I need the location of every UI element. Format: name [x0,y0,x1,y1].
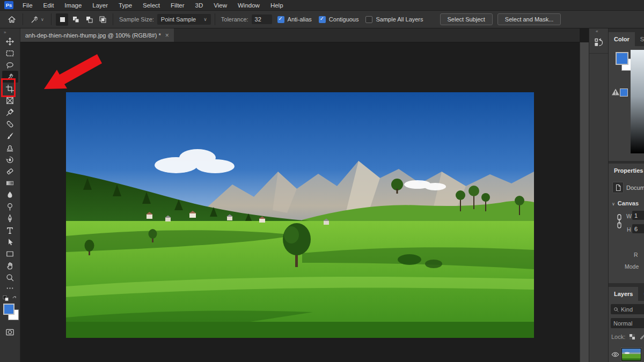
menu-3d[interactable]: 3D [190,2,209,9]
photo-landscape[interactable] [66,92,534,338]
tool-rectangular-marquee[interactable] [2,47,18,59]
layer-filter-search[interactable]: Kind [611,304,644,314]
tab-swatches[interactable]: Swatches [635,32,644,46]
eye-icon [611,351,619,358]
link-dimensions-icon[interactable] [615,213,624,230]
tool-blur[interactable] [2,189,18,201]
menu-edit[interactable]: Edit [38,2,60,9]
menu-image[interactable]: Image [59,2,87,9]
panel-dock: Color Swatches Properties Document ∨Canv… [608,28,644,362]
menu-select[interactable]: Select [137,2,165,9]
quick-mask-mode-button[interactable] [2,326,18,338]
sample-size-value: Point Sample [161,16,196,23]
tolerance-value: 32 [255,16,261,23]
new-selection-mode-button[interactable] [56,13,68,26]
select-and-mask-button[interactable]: Select and Mask... [497,13,561,25]
menu-window[interactable]: Window [232,2,265,9]
dock-collapse-icon[interactable]: « [596,29,598,34]
anti-alias-checkbox-row[interactable]: Anti-alias [277,16,312,23]
tool-preset-button[interactable]: ∨ [27,13,47,26]
layer-thumbnail[interactable] [621,348,641,361]
eraser-icon [5,167,14,176]
checkbox-checked-icon[interactable] [319,16,326,23]
gamut-warning-icon[interactable] [611,88,620,96]
document-tab[interactable]: anh-dep-thien-nhien-thump.jpg @ 100% (RG… [20,28,174,42]
menu-view[interactable]: View [208,2,232,9]
tool-history-brush[interactable] [2,153,18,165]
menu-file[interactable]: File [17,2,38,9]
tool-gradient[interactable] [2,177,18,189]
sample-all-layers-checkbox-row[interactable]: Sample All Layers [365,16,423,23]
tool-spot-healing-brush[interactable] [2,118,18,130]
document-properties-button[interactable] [612,182,624,193]
tool-dodge[interactable] [2,201,18,212]
tool-rectangle-shape[interactable] [2,248,18,260]
foreground-color-swatch[interactable] [3,304,14,315]
tool-pen[interactable] [2,212,18,224]
foreground-color-swatch[interactable] [616,52,628,65]
tool-zoom[interactable] [2,271,18,283]
pen-icon [5,214,14,223]
history-brush-icon [5,155,14,164]
menu-help[interactable]: Help [265,2,289,9]
tool-eraser[interactable] [2,165,18,177]
tolerance-input[interactable]: 32 [252,14,272,24]
clone-stamp-icon [5,143,14,152]
blend-mode-value: Normal [613,320,632,327]
document-icon [614,184,622,191]
menu-layer[interactable]: Layer [87,2,113,9]
color-ramp[interactable] [631,50,644,153]
contiguous-checkbox-row[interactable]: Contiguous [319,16,359,23]
tab-color[interactable]: Color [609,32,635,46]
tool-type[interactable] [2,224,18,236]
menu-type[interactable]: Type [113,2,137,9]
add-to-selection-mode-button[interactable] [69,13,82,26]
gamut-color-swatch[interactable] [620,88,628,97]
layer-row[interactable] [609,346,644,362]
blend-mode-dropdown[interactable]: Normal [611,318,644,328]
history-panel-button[interactable] [592,35,606,49]
anti-alias-label: Anti-alias [288,16,312,23]
menu-filter[interactable]: Filter [165,2,190,9]
magnifier-icon [5,273,14,282]
lock-transparency-icon[interactable] [629,334,635,340]
tool-edit-toolbar[interactable] [2,283,18,293]
contiguous-label: Contiguous [329,16,359,23]
tool-move[interactable] [2,35,18,47]
intersect-selection-mode-button[interactable] [96,13,108,26]
tool-brush[interactable] [2,130,18,142]
tab-channels[interactable]: Channels [638,287,644,301]
tool-lasso[interactable] [2,59,18,71]
toolbar-collapse-icon[interactable]: » [0,28,6,35]
layers-panel-tabs: Layers Channels [609,287,644,301]
tool-eyedropper[interactable] [2,106,18,118]
tab-properties[interactable]: Properties [609,164,644,178]
intersect-selection-icon [98,15,107,24]
photoshop-logo: Ps [4,1,13,9]
lock-pixels-brush-icon[interactable] [639,333,644,340]
marquee-icon [5,49,14,58]
close-icon[interactable]: × [165,32,169,39]
checkbox-checked-icon[interactable] [277,16,284,23]
vertical-scrollbar[interactable] [580,42,589,362]
sample-size-dropdown[interactable]: Point Sample ∨ [157,14,211,25]
bandage-icon [5,120,14,129]
water-drop-icon [5,190,14,200]
tool-path-selection[interactable] [2,236,18,248]
select-subject-button[interactable]: Select Subject [440,13,493,25]
subtract-from-selection-mode-button[interactable] [83,13,95,26]
default-colors-and-swap-icon[interactable] [2,295,18,302]
mode-label: Mode [625,263,639,270]
checkbox-unchecked-icon[interactable] [365,16,372,23]
tool-hand[interactable] [2,260,18,271]
width-label: W [626,213,632,219]
search-icon [613,307,619,312]
home-button[interactable] [5,13,19,26]
height-input[interactable]: 6 [632,224,644,233]
width-input[interactable]: 1 [632,211,644,220]
canvas-section-label: Canvas [618,200,639,206]
layer-visibility-toggle[interactable] [609,351,621,358]
canvas-section-header[interactable]: ∨Canvas [612,200,639,206]
tool-clone-stamp[interactable] [2,142,18,153]
tab-layers[interactable]: Layers [609,287,638,301]
